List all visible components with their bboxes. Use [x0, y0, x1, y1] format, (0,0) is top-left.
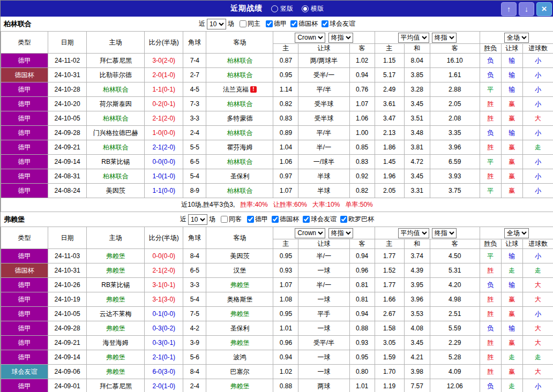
away-team-cell: 奥格斯堡 [206, 292, 273, 307]
date-cell: 24-09-21 [48, 140, 87, 155]
result-cell: 负 [480, 54, 501, 68]
league-checkbox[interactable] [322, 20, 328, 27]
league-filter[interactable]: 球会友谊 [303, 215, 337, 224]
date-cell: 24-09-28 [48, 126, 87, 140]
same-venue-filter[interactable]: 同主 [240, 19, 260, 28]
handicap-cell: 半球 [298, 169, 349, 184]
handicap-away-odds-cell: 0.80 [349, 365, 375, 379]
league-checkbox[interactable] [340, 216, 347, 223]
team-section: 柏林联合 近 10 场 同主 德甲德国杯球会友谊 类型 日期 主场 [1, 17, 553, 212]
layout-radio-horizontal[interactable]: 横版 [302, 4, 324, 13]
home-team-cell: 弗赖堡 [87, 249, 145, 263]
near-label: 近 [180, 215, 186, 224]
date-cell: 24-10-31 [48, 263, 87, 278]
home-team-cell: 拜仁慕尼黑 [87, 379, 145, 392]
result-cell: 胜 [480, 140, 501, 155]
league-type-cell: 德甲 [1, 350, 48, 365]
col-header-score: 比分(半场) [145, 32, 183, 54]
avg-home-odds-cell: 3.47 [375, 111, 404, 126]
col-header-home: 主场 [87, 32, 145, 54]
league-checkbox[interactable] [290, 20, 297, 27]
same-venue-checkbox[interactable] [221, 216, 228, 223]
col-header-goals: 进球数 [522, 44, 553, 54]
score-cell: 3-1(0-1) [145, 278, 183, 292]
scope-select[interactable]: 全场 [504, 228, 529, 238]
same-venue-checkbox[interactable] [240, 20, 246, 27]
summary-stat: 单率:50% [345, 201, 372, 208]
avg-draw-odds-cell: 3.96 [404, 292, 430, 307]
league-checkbox[interactable] [266, 20, 273, 27]
team-name: 弗赖堡 [4, 215, 25, 224]
score-cell: 0-3(0-2) [145, 321, 183, 336]
match-count-select[interactable]: 10 [188, 214, 207, 225]
league-filter[interactable]: 欧罗巴杯 [340, 215, 374, 224]
handicap-away-odds-cell: 0.94 [349, 249, 375, 263]
match-row: 德甲24-09-28弗赖堡0-3(0-2)4-2圣保利1.01一球0.881.5… [1, 321, 553, 336]
league-filter[interactable]: 德甲 [266, 19, 287, 28]
bookmaker-select[interactable]: Crown [295, 228, 325, 238]
close-button[interactable]: × [536, 2, 552, 16]
avg-home-odds-cell: 1.58 [375, 321, 404, 336]
away-team-cell: 柏林联合 [206, 97, 273, 111]
match-row: 德甲24-09-14弗赖堡2-1(0-1)5-6波鸿0.94一球0.951.59… [1, 350, 553, 365]
league-label: 球会友谊 [311, 215, 337, 224]
scroll-down-button[interactable]: ↓ [519, 2, 534, 16]
date-cell: 24-10-05 [48, 307, 87, 321]
avg-away-odds-cell: 4.09 [430, 365, 480, 379]
corner-cell: 4-2 [183, 321, 206, 336]
home-team-cell: 门兴格拉德巴赫 [87, 126, 145, 140]
score-cell: 2-0(1-0) [145, 68, 183, 82]
handicap-away-odds-cell: 0.81 [349, 278, 375, 292]
matches-table: 类型 日期 主场 比分(半场) 角球 客场 Crown 终指 平均值 终指 [1, 31, 553, 212]
odds-stage-select[interactable]: 终指 [328, 228, 353, 238]
league-type-cell: 德甲 [1, 126, 48, 140]
date-cell: 24-09-06 [48, 365, 87, 379]
average-select[interactable]: 平均值 [398, 33, 429, 43]
handicap-cell: 半球 [298, 184, 349, 198]
date-cell: 24-10-28 [48, 82, 87, 97]
league-filter[interactable]: 球会友谊 [322, 19, 355, 28]
league-checkbox[interactable] [303, 216, 310, 223]
col-header-odds-home: 主 [273, 44, 298, 54]
corner-cell: 8-4 [183, 249, 206, 263]
league-filter[interactable]: 德国杯 [272, 215, 299, 224]
avg-away-odds-cell: 16.10 [430, 54, 480, 68]
away-team-cell: 波鸿 [206, 350, 273, 365]
average-stage-select[interactable]: 终指 [432, 228, 457, 238]
corner-cell: 8-9 [183, 184, 206, 198]
odds-stage-select[interactable]: 终指 [328, 33, 353, 43]
league-type-cell: 德国杯 [1, 68, 48, 82]
average-select[interactable]: 平均值 [398, 228, 429, 238]
goals-result-cell: 小 [522, 155, 553, 169]
league-checkbox[interactable] [247, 216, 254, 223]
bookmaker-select[interactable]: Crown [295, 33, 325, 43]
corner-cell: 6-5 [183, 263, 206, 278]
scope-select[interactable]: 全场 [504, 33, 529, 43]
away-team-cell: 圣保利 [206, 169, 273, 184]
league-checkbox[interactable] [272, 216, 279, 223]
score-cell: 2-1(0-1) [145, 350, 183, 365]
avg-home-odds-cell: 1.77 [375, 278, 404, 292]
average-stage-select[interactable]: 终指 [432, 33, 457, 43]
avg-home-odds-cell: 1.59 [375, 350, 404, 365]
handicap-home-odds-cell: 0.95 [273, 307, 298, 321]
same-venue-filter[interactable]: 同客 [221, 215, 242, 224]
date-cell: 24-09-01 [48, 379, 87, 392]
handicap-away-odds-cell: 1.00 [349, 126, 375, 140]
col-header-type: 类型 [1, 227, 48, 249]
handicap-cell: 受半/一 [298, 68, 349, 82]
league-filter[interactable]: 德国杯 [290, 19, 318, 28]
goals-result-cell: 小 [522, 379, 553, 392]
avg-draw-odds-cell: 3.98 [404, 365, 430, 379]
league-filter[interactable]: 德甲 [247, 215, 268, 224]
average-odds-select-cell: 平均值 终指 [375, 32, 480, 44]
score-cell: 2-1(2-0) [145, 111, 183, 126]
away-team-cell: 美因茨 [206, 249, 273, 263]
date-cell: 24-11-03 [48, 249, 87, 263]
col-header-away: 客场 [206, 227, 273, 249]
layout-radio-vertical[interactable]: 竖版 [271, 4, 293, 13]
result-cell: 胜 [480, 263, 501, 278]
titlebar-center: 近期战绩 竖版 横版 [230, 4, 324, 13]
match-count-select[interactable]: 10 [207, 19, 226, 29]
scroll-up-button[interactable]: ↑ [501, 2, 517, 16]
